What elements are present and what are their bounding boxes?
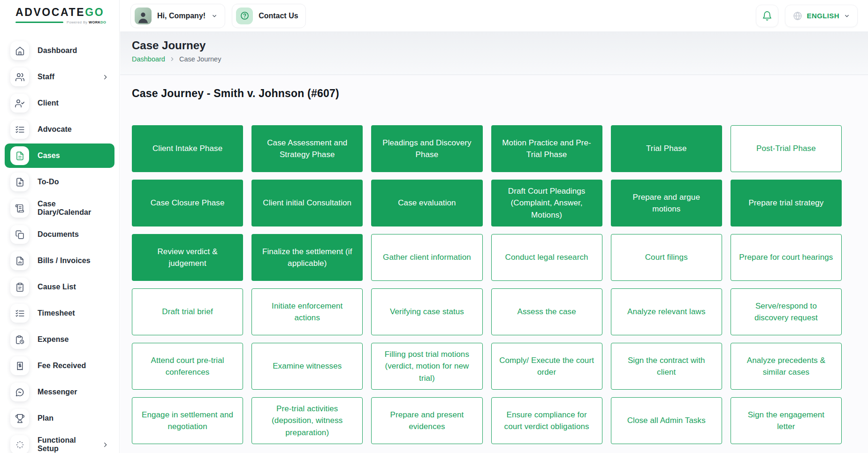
journey-card-assess-the-case: Assess the case bbox=[491, 288, 602, 335]
chevron-right-icon bbox=[169, 56, 175, 62]
logo-underline bbox=[15, 22, 63, 23]
journey-card-prepare-for-court-hearings: Prepare for court hearings bbox=[731, 234, 842, 281]
sidebar-item-label: Dashboard bbox=[38, 46, 77, 55]
bell-icon bbox=[762, 11, 772, 21]
powered-by-text: Powered By WORKDO bbox=[67, 20, 106, 24]
journey-card-gather-client-information: Gather client information bbox=[371, 234, 482, 281]
user-check-icon bbox=[10, 94, 29, 113]
journey-card-trial-phase: Trial Phase bbox=[611, 125, 722, 172]
expense-icon bbox=[10, 330, 29, 349]
breadcrumb-dashboard[interactable]: Dashboard bbox=[132, 55, 165, 63]
language-selector[interactable]: ENGLISH bbox=[785, 5, 858, 27]
sidebar-item-timesheet[interactable]: Timesheet bbox=[5, 301, 114, 325]
journey-card-close-all-admin-tasks: Close all Admin Tasks bbox=[611, 397, 722, 444]
journey-card-ensure-compliance-for-court-verdict-obligations: Ensure compliance for court verdict obli… bbox=[491, 397, 602, 444]
sidebar-item-functional-setup[interactable]: Functional Setup bbox=[5, 432, 114, 453]
sidebar-item-client[interactable]: Client bbox=[5, 91, 114, 115]
sidebar-item-label: Timesheet bbox=[38, 309, 75, 317]
user-avatar bbox=[135, 8, 152, 24]
language-label: ENGLISH bbox=[807, 12, 839, 20]
invoice-icon bbox=[10, 251, 29, 270]
journey-card-draft-court-pleadings-complaint-answer-motions: Draft Court Pleadings (Complaint, Answer… bbox=[491, 180, 602, 226]
journey-card-case-assessment-and-strategy-phase: Case Assessment and Strategy Phase bbox=[251, 125, 363, 172]
chevron-right-icon bbox=[102, 441, 109, 448]
sidebar-nav: DashboardStaffClientAdvocateCasesTo-DoCa… bbox=[0, 32, 119, 453]
sidebar-item-label: Client bbox=[38, 99, 59, 107]
sidebar-item-label: Messenger bbox=[38, 388, 77, 396]
journey-card-post-trial-phase: Post-Trial Phase bbox=[731, 125, 842, 172]
page-title: Case Journey bbox=[132, 39, 868, 52]
sidebar-item-to-do[interactable]: To-Do bbox=[5, 170, 114, 194]
journey-card-verifying-case-status: Verifying case status bbox=[371, 288, 482, 335]
file-plus-icon bbox=[10, 173, 29, 191]
sidebar-item-label: Fee Received bbox=[38, 362, 86, 370]
globe-icon bbox=[792, 11, 803, 21]
journey-card-pre-trial-activities-deposition-witness-preparation: Pre-trial activities (deposition, witnes… bbox=[251, 397, 363, 444]
journey-card-filling-post-trial-motions-verdict-motion-for-new-trial: Filling post trial motions (verdict, mot… bbox=[371, 343, 482, 390]
help-circle-icon bbox=[236, 8, 253, 24]
journey-card-attend-court-pre-trial-conferences: Attend court pre-trial conferences bbox=[132, 343, 243, 390]
journey-card-engage-in-settlement-and-negotiation: Engage in settlement and negotiation bbox=[132, 397, 243, 444]
chat-icon bbox=[10, 383, 29, 401]
sidebar-item-label: Cause List bbox=[38, 283, 76, 291]
account-menu-button[interactable]: Hi, Company! bbox=[130, 4, 225, 28]
journey-card-initiate-enforcement-actions: Initiate enforcement actions bbox=[251, 288, 363, 335]
journey-card-analyze-precedents-similar-cases: Analyze precedents & similar cases bbox=[731, 343, 842, 390]
sidebar-item-case-diary-calendar[interactable]: Case Diary/Calendar bbox=[5, 196, 114, 220]
breadcrumb: DashboardCase Journey bbox=[132, 55, 868, 63]
contact-us-label: Contact Us bbox=[259, 12, 298, 20]
case-journey-heading: Case Journey - Smith v. Johnson (#607) bbox=[132, 87, 868, 100]
sidebar-item-bills-invoices[interactable]: Bills / Invoices bbox=[5, 249, 114, 273]
page-header: Case Journey DashboardCase Journey bbox=[120, 32, 868, 75]
sidebar-item-label: Bills / Invoices bbox=[38, 257, 91, 265]
journey-card-finalize-the-settlement-if-applicable: Finalize the settlement (if applicable) bbox=[251, 234, 363, 281]
journey-card-pleadings-and-discovery-phase: Pleadings and Discovery Phase bbox=[371, 125, 482, 172]
users-icon bbox=[10, 68, 29, 86]
sidebar-item-plan[interactable]: Plan bbox=[5, 406, 114, 430]
journey-card-case-closure-phase: Case Closure Phase bbox=[132, 180, 243, 226]
sidebar-item-documents[interactable]: Documents bbox=[5, 222, 114, 247]
journey-card-client-intake-phase: Client Intake Phase bbox=[132, 125, 243, 172]
sidebar-item-label: Advocate bbox=[38, 125, 72, 134]
journey-card-serve-respond-to-discovery-request: Serve/respond to discovery request bbox=[731, 288, 842, 335]
journey-card-analyze-relevant-laws: Analyze relevant laws bbox=[611, 288, 722, 335]
main-content: Case Journey DashboardCase Journey Case … bbox=[120, 32, 868, 453]
sidebar-item-messenger[interactable]: Messenger bbox=[5, 380, 114, 404]
receipt-icon bbox=[10, 356, 29, 375]
clipboard-icon bbox=[10, 278, 29, 296]
journey-card-client-initial-consultation: Client initial Consultation bbox=[251, 180, 363, 226]
journey-card-prepare-and-present-evidences: Prepare and present evidences bbox=[371, 397, 482, 444]
journey-card-prepare-and-argue-motions: Prepare and argue motions bbox=[611, 180, 722, 226]
trophy-icon bbox=[10, 409, 29, 428]
journey-card-court-filings: Court filings bbox=[611, 234, 722, 281]
sidebar-item-expense[interactable]: Expense bbox=[5, 327, 114, 352]
documents-icon bbox=[10, 225, 29, 244]
journey-card-motion-practice-and-pre-trial-phase: Motion Practice and Pre-Trial Phase bbox=[491, 125, 602, 172]
sidebar-item-cause-list[interactable]: Cause List bbox=[5, 275, 114, 299]
journey-card-examine-witnesses: Examine witnesses bbox=[251, 343, 363, 390]
sidebar-item-label: To-Do bbox=[38, 178, 59, 186]
logo-text: ADVOCATEGO bbox=[15, 6, 119, 19]
logo-text-green: GO bbox=[85, 6, 104, 18]
sidebar-item-dashboard[interactable]: Dashboard bbox=[5, 38, 114, 63]
contact-us-button[interactable]: Contact Us bbox=[232, 4, 305, 28]
sidebar-item-staff[interactable]: Staff bbox=[5, 65, 114, 89]
journey-card-review-verdict-judgement: Review verdict & judgement bbox=[132, 234, 243, 281]
sidebar-item-cases[interactable]: Cases bbox=[5, 143, 114, 168]
greeting-label: Hi, Company! bbox=[157, 12, 206, 20]
app-logo: ADVOCATEGO Powered By WORKDO bbox=[0, 0, 119, 32]
topbar: Hi, Company! Contact Us ENGLISH bbox=[120, 0, 868, 32]
sidebar-item-label: Plan bbox=[38, 414, 53, 423]
sidebar-item-label: Functional Setup bbox=[38, 436, 93, 453]
sidebar-item-advocate[interactable]: Advocate bbox=[5, 117, 114, 142]
sidebar-item-label: Documents bbox=[38, 230, 79, 239]
journey-card-sign-the-contract-with-client: Sign the contract with client bbox=[611, 343, 722, 390]
sidebar-item-fee-received[interactable]: Fee Received bbox=[5, 354, 114, 378]
journey-card-case-evaluation: Case evaluation bbox=[371, 180, 482, 226]
journey-card-sign-the-engagement-letter: Sign the engagement letter bbox=[731, 397, 842, 444]
case-file-icon bbox=[10, 146, 29, 165]
notifications-button[interactable] bbox=[756, 5, 778, 27]
setup-icon bbox=[10, 435, 29, 453]
logo-text-dark: ADVOCATE bbox=[15, 6, 85, 18]
checklist-icon bbox=[10, 120, 29, 139]
